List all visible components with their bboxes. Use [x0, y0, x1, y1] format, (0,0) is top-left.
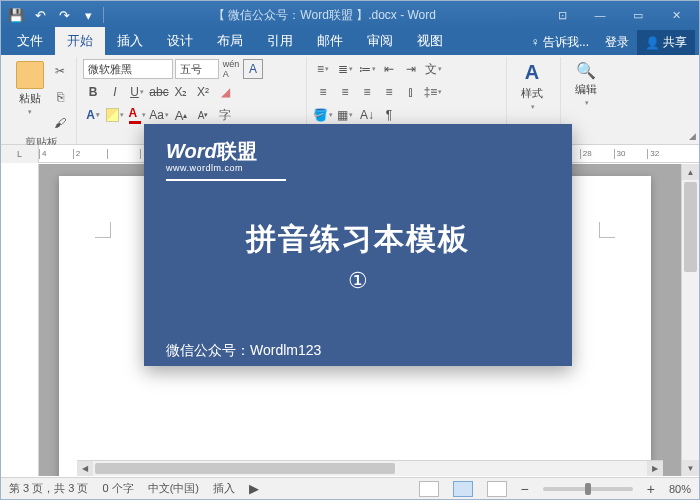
group-clipboard: 粘贴 ▾ ✂ ⎘ 🖌 剪贴板 ◢ [7, 57, 77, 144]
subscript-button[interactable]: X₂ [171, 82, 191, 102]
cover-image: Word联盟 www.wordlm.com 拼音练习本模板 ① 微信公众号：Wo… [144, 124, 572, 366]
tab-view[interactable]: 视图 [405, 27, 455, 55]
tab-home[interactable]: 开始 [55, 27, 105, 55]
web-layout-button[interactable] [487, 481, 507, 497]
align-right-button[interactable]: ≡ [357, 82, 377, 102]
align-center-button[interactable]: ≡ [335, 82, 355, 102]
increase-indent-button[interactable]: ⇥ [401, 59, 421, 79]
scroll-up-icon[interactable]: ▲ [682, 164, 699, 180]
line-spacing-button[interactable]: ‡≡▾ [423, 82, 443, 102]
login-button[interactable]: 登录 [597, 30, 637, 55]
read-mode-button[interactable] [419, 481, 439, 497]
cover-subtitle: 微信公众号：Wordlm123 [166, 342, 550, 360]
superscript-button[interactable]: X² [193, 82, 213, 102]
search-icon: 🔍 [576, 61, 596, 80]
scroll-thumb[interactable] [95, 463, 395, 474]
cover-title: 拼音练习本模板 [166, 219, 550, 260]
borders-button[interactable]: ▦▾ [335, 105, 355, 125]
dialog-launcher-icon[interactable]: ◢ [689, 131, 696, 141]
phonetic-guide-button[interactable]: wénA [221, 59, 241, 79]
close-button[interactable]: ✕ [657, 1, 695, 29]
bold-button[interactable]: B [83, 82, 103, 102]
underline-button[interactable]: U▾ [127, 82, 147, 102]
word-count[interactable]: 0 个字 [102, 481, 133, 496]
highlight-button[interactable]: ▾ [105, 105, 125, 125]
horizontal-scrollbar[interactable]: ◀ ▶ [77, 460, 663, 476]
copy-button[interactable]: ⎘ [50, 87, 70, 107]
tab-insert[interactable]: 插入 [105, 27, 155, 55]
clipboard-icon [16, 61, 44, 89]
tab-design[interactable]: 设计 [155, 27, 205, 55]
highlight-icon [106, 108, 119, 122]
vertical-scrollbar[interactable]: ▲ ▼ [681, 164, 699, 476]
language-indicator[interactable]: 中文(中国) [148, 481, 199, 496]
font-name-combo[interactable]: 微软雅黑 [83, 59, 173, 79]
zoom-handle[interactable] [585, 483, 591, 495]
asian-layout-button[interactable]: 文▾ [423, 59, 443, 79]
scroll-thumb[interactable] [684, 182, 697, 272]
minimize-button[interactable]: — [581, 1, 619, 29]
strikethrough-button[interactable]: abc [149, 82, 169, 102]
numbering-button[interactable]: ≣▾ [335, 59, 355, 79]
character-border-button[interactable]: A [243, 59, 263, 79]
scroll-right-icon[interactable]: ▶ [647, 461, 663, 476]
font-size-combo[interactable]: 五号 [175, 59, 219, 79]
scroll-down-icon[interactable]: ▼ [682, 460, 699, 476]
macro-record-icon[interactable]: ▶ [249, 481, 259, 496]
tab-file[interactable]: 文件 [5, 27, 55, 55]
share-button[interactable]: 👤共享 [637, 30, 695, 55]
print-layout-button[interactable] [453, 481, 473, 497]
title-bar: 💾 ↶ ↷ ▾ 【 微信公众号：Word联盟 】.docx - Word ⊡ —… [1, 1, 699, 29]
enclose-char-button[interactable]: 字 [215, 105, 235, 125]
margin-mark-icon [599, 222, 615, 238]
save-button[interactable]: 💾 [5, 4, 27, 26]
justify-button[interactable]: ≡ [379, 82, 399, 102]
grow-font-button[interactable]: A▴ [171, 105, 191, 125]
maximize-button[interactable]: ▭ [619, 1, 657, 29]
quick-access-toolbar: 💾 ↶ ↷ ▾ [5, 4, 106, 26]
editing-button[interactable]: 🔍编辑▾ [567, 59, 605, 109]
redo-button[interactable]: ↷ [53, 4, 75, 26]
zoom-slider[interactable] [543, 487, 633, 491]
change-case-button[interactable]: Aa▾ [149, 105, 169, 125]
insert-mode[interactable]: 插入 [213, 481, 235, 496]
vertical-ruler[interactable] [1, 164, 39, 476]
font-color-button[interactable]: A▾ [127, 105, 147, 125]
clear-format-button[interactable]: ◢ [215, 82, 235, 102]
multilevel-button[interactable]: ≔▾ [357, 59, 377, 79]
styles-button[interactable]: A样式▾ [513, 59, 551, 113]
decrease-indent-button[interactable]: ⇤ [379, 59, 399, 79]
zoom-out-button[interactable]: − [521, 481, 529, 497]
format-painter-button[interactable]: 🖌 [50, 113, 70, 133]
styles-icon: A [525, 61, 539, 84]
separator [103, 7, 104, 23]
window-title: 【 微信公众号：Word联盟 】.docx - Word [106, 7, 543, 24]
paste-button[interactable]: 粘贴 ▾ [13, 59, 46, 118]
ribbon-options-button[interactable]: ⊡ [543, 1, 581, 29]
cut-button[interactable]: ✂ [50, 61, 70, 81]
tab-references[interactable]: 引用 [255, 27, 305, 55]
divider [166, 179, 286, 181]
margin-mark-icon [95, 222, 111, 238]
tab-mail[interactable]: 邮件 [305, 27, 355, 55]
cover-number: ① [166, 268, 550, 294]
tab-review[interactable]: 审阅 [355, 27, 405, 55]
align-left-button[interactable]: ≡ [313, 82, 333, 102]
status-bar: 第 3 页，共 3 页 0 个字 中文(中国) 插入 ▶ − + 80% [1, 477, 699, 499]
qat-customize[interactable]: ▾ [77, 4, 99, 26]
shading-button[interactable]: 🪣▾ [313, 105, 333, 125]
italic-button[interactable]: I [105, 82, 125, 102]
show-marks-button[interactable]: ¶ [379, 105, 399, 125]
undo-button[interactable]: ↶ [29, 4, 51, 26]
shrink-font-button[interactable]: A▾ [193, 105, 213, 125]
zoom-level[interactable]: 80% [669, 483, 691, 495]
tell-me-button[interactable]: ♀ 告诉我... [523, 30, 597, 55]
bullets-button[interactable]: ≡▾ [313, 59, 333, 79]
tab-layout[interactable]: 布局 [205, 27, 255, 55]
distribute-button[interactable]: ⫿ [401, 82, 421, 102]
scroll-left-icon[interactable]: ◀ [77, 461, 93, 476]
page-indicator[interactable]: 第 3 页，共 3 页 [9, 481, 88, 496]
sort-button[interactable]: A↓ [357, 105, 377, 125]
zoom-in-button[interactable]: + [647, 481, 655, 497]
text-effects-button[interactable]: A▾ [83, 105, 103, 125]
